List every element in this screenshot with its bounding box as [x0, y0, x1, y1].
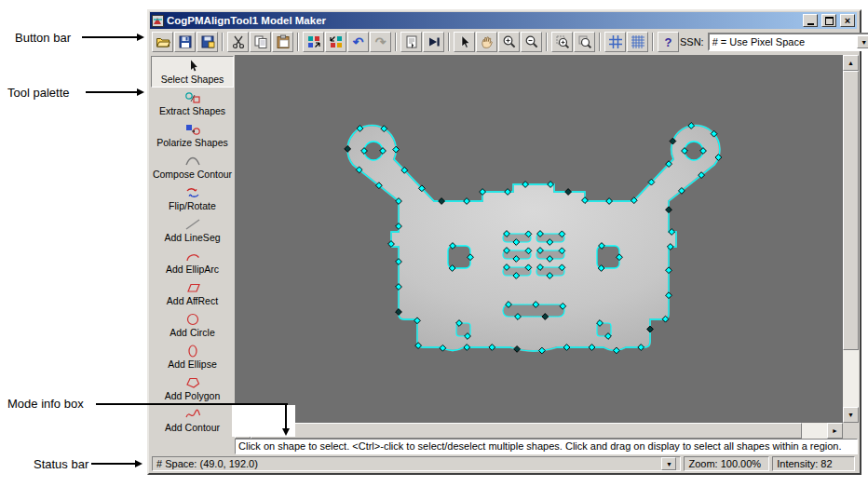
add-lineseg-icon	[184, 218, 201, 231]
arrow-right-icon: ►	[832, 427, 838, 434]
app-icon	[152, 15, 164, 27]
compose-contour-icon	[184, 155, 201, 168]
arrow-down-icon: ▼	[848, 412, 854, 418]
palette-item-add-lineseg[interactable]: Add LineSeg	[151, 214, 234, 246]
palette-item-label: Add AffRect	[167, 295, 218, 306]
zoom-fit-icon	[577, 34, 592, 49]
title-bar[interactable]: CogPMAlignTool1 Model Maker ×	[150, 12, 857, 29]
maximize-button[interactable]	[821, 14, 836, 27]
shapes-forward-icon	[306, 34, 321, 49]
palette-item-label: Select Shapes	[161, 74, 224, 85]
extract-shapes-icon	[184, 91, 201, 104]
palette-item-add-polygon[interactable]: Add Polygon	[151, 373, 234, 405]
toolbar-separator	[448, 33, 450, 51]
cursor-arrow-icon	[457, 34, 472, 49]
undo-icon: ↶	[353, 35, 364, 48]
shapes-forward-button[interactable]	[303, 32, 324, 52]
shapes-backward-icon	[329, 34, 344, 49]
annotation-arrow-head	[137, 88, 144, 96]
window-title: CogPMAlignTool1 Model Maker	[167, 15, 799, 26]
paste-button[interactable]	[272, 32, 293, 52]
toolbar-separator	[395, 33, 397, 51]
maximize-icon	[825, 17, 834, 25]
palette-item-label: Compose Contour	[153, 169, 232, 180]
palette-item-add-circle[interactable]: Add Circle	[151, 310, 234, 342]
add-affrect-icon	[184, 281, 201, 294]
export-image-button[interactable]	[197, 32, 218, 52]
grid-axes-button[interactable]	[604, 32, 626, 52]
toolbar-separator	[297, 33, 299, 51]
add-polygon-icon	[184, 376, 201, 389]
palette-item-label: Add EllipArc	[166, 264, 219, 275]
palette-item-flip-rotate[interactable]: Flip/Rotate	[151, 183, 234, 214]
button-bar: ↶ ↷ ? SSN: # = Use Pixel Space ▼	[150, 30, 857, 54]
vertical-scrollbar[interactable]: ▲ ▼	[843, 55, 859, 423]
redo-icon: ↷	[375, 35, 387, 48]
help-button[interactable]: ?	[658, 32, 679, 52]
add-contour-icon	[184, 408, 201, 421]
toolbar-separator	[222, 33, 224, 51]
copy-button[interactable]	[250, 32, 271, 52]
scroll-up-button[interactable]: ▲	[843, 55, 859, 71]
annotation-callout-line	[96, 403, 288, 405]
zoom-in-button[interactable]	[498, 32, 520, 52]
run-mode-icon	[427, 34, 441, 49]
vertical-scroll-thumb[interactable]	[843, 71, 859, 350]
palette-item-select-shapes[interactable]: Select Shapes	[151, 56, 234, 88]
add-elliparc-icon	[184, 250, 201, 263]
palette-item-add-elliparc[interactable]: Add EllipArc	[151, 246, 234, 277]
close-button[interactable]: ×	[840, 14, 855, 27]
pan-hand-button[interactable]	[476, 32, 497, 52]
minimize-button[interactable]	[803, 14, 818, 27]
palette-item-add-affrect[interactable]: Add AffRect	[151, 278, 234, 310]
annotation-arrow-head	[282, 428, 290, 436]
redo-button[interactable]: ↷	[370, 32, 391, 52]
minimize-icon	[807, 17, 814, 25]
ssn-dropdown-button[interactable]: ▼	[857, 35, 868, 48]
annotation-arrow-line	[82, 36, 138, 38]
annotation-arrow-head	[137, 34, 144, 41]
zoom-region-button[interactable]	[551, 32, 573, 52]
run-mode-button[interactable]	[423, 32, 444, 52]
annotation-arrow-head	[135, 460, 142, 467]
help-icon: ?	[665, 36, 672, 48]
palette-item-extract-shapes[interactable]: Extract Shapes	[151, 88, 234, 119]
palette-item-label: Extract Shapes	[159, 105, 225, 116]
status-intensity-panel: Intensity: 82	[772, 456, 855, 471]
grid-dense-button[interactable]	[627, 32, 648, 52]
zoom-out-button[interactable]	[521, 32, 542, 52]
select-cursor-button[interactable]	[454, 32, 475, 52]
status-zoom-text: Zoom: 100.00%	[688, 458, 761, 469]
horizontal-scrollbar[interactable]: ◄ ►	[235, 423, 843, 439]
image-display-canvas[interactable]	[235, 55, 843, 423]
annotation-button-bar: Button bar	[15, 31, 71, 45]
tool-palette: Select Shapes Extract Shapes Polarize Sh…	[150, 55, 235, 438]
palette-item-add-contour[interactable]: Add Contour	[151, 405, 234, 437]
save-button[interactable]	[174, 32, 196, 52]
palette-item-add-ellipse[interactable]: Add Ellipse	[151, 342, 234, 373]
chevron-down-icon: ▼	[666, 461, 672, 467]
palette-item-polarize-shapes[interactable]: Polarize Shapes	[151, 119, 234, 151]
hand-icon	[480, 34, 495, 49]
horizontal-scroll-thumb[interactable]	[251, 423, 802, 439]
palette-item-label: Add LineSeg	[164, 232, 220, 243]
cut-button[interactable]	[227, 32, 249, 52]
undo-button[interactable]: ↶	[347, 32, 369, 52]
open-button[interactable]	[152, 32, 173, 52]
palette-item-compose-contour[interactable]: Compose Contour	[151, 151, 234, 183]
shapes-backward-button[interactable]	[325, 32, 346, 52]
status-space-panel: # Space: (49.0, 192.0) ▼	[152, 456, 681, 471]
scroll-down-button[interactable]: ▼	[843, 407, 859, 423]
ssn-combobox[interactable]: # = Use Pixel Space ▼	[708, 33, 868, 51]
properties-button[interactable]	[400, 32, 422, 52]
annotation-tool-palette: Tool palette	[7, 86, 70, 100]
grid-dense-icon	[631, 34, 645, 49]
scroll-right-button[interactable]: ►	[827, 423, 843, 439]
space-dropdown-button[interactable]: ▼	[661, 457, 676, 470]
zoom-fit-button[interactable]	[574, 32, 595, 52]
annotation-callout-line	[285, 403, 287, 428]
annotation-arrow-line	[91, 463, 136, 465]
open-folder-icon	[156, 34, 170, 49]
mode-info-text: Click on shape to select. <Ctrl>-click t…	[238, 440, 842, 452]
zoom-in-icon	[502, 34, 517, 49]
